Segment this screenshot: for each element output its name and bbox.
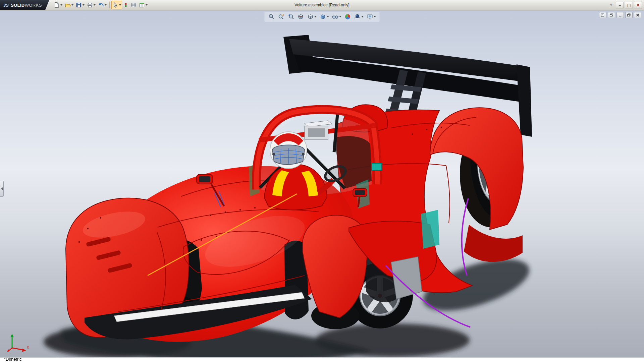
- dropdown-caret[interactable]: [71, 4, 73, 6]
- edit-appearance-button[interactable]: [343, 12, 352, 21]
- cascade-windows-icon: [609, 13, 613, 17]
- dropdown-caret[interactable]: [60, 4, 62, 6]
- design-table-button[interactable]: [138, 1, 149, 9]
- restore-document-button[interactable]: [625, 12, 633, 18]
- teal-side-panel: [421, 210, 439, 249]
- cascade-windows-button[interactable]: [608, 12, 615, 18]
- restore-document-icon: [627, 13, 631, 17]
- status-bar: [0, 357, 644, 362]
- solidworks-window: 3S SOLIDWORKS: [0, 0, 644, 362]
- view-grid-button[interactable]: [129, 1, 138, 9]
- dropdown-caret[interactable]: [105, 4, 107, 6]
- main-toolbar: [53, 1, 149, 9]
- close-button[interactable]: ✕: [634, 2, 642, 8]
- logo-text-solid: SOLID: [11, 3, 25, 8]
- solidworks-logo: 3S SOLIDWORKS: [0, 0, 49, 10]
- hoop-intake-box: [305, 121, 332, 139]
- view-orientation-label: *Dimetric: [4, 357, 22, 362]
- save-icon: [76, 2, 82, 8]
- toolbar-separator: [109, 2, 110, 8]
- logo-text: SOLIDWORKS: [11, 3, 42, 8]
- view-grid-icon: [130, 2, 137, 8]
- feature-manager-collapse-tab[interactable]: [0, 181, 4, 197]
- dropdown-caret[interactable]: [374, 16, 376, 17]
- apply-scene-icon: [354, 13, 361, 20]
- view-settings-icon: [367, 13, 373, 20]
- minimize-document-icon: [618, 13, 622, 17]
- design-table-icon: [139, 2, 145, 8]
- 3ds-logo-icon: 3S: [3, 3, 9, 8]
- selection-filter-icon: [123, 2, 128, 8]
- window-controls: ? – ▢ ✕: [607, 2, 644, 8]
- new-document-icon: [54, 2, 60, 8]
- zoom-to-fit-button[interactable]: [267, 12, 276, 21]
- new-window-button[interactable]: [599, 12, 606, 18]
- minimize-button[interactable]: –: [616, 2, 624, 8]
- maximize-button[interactable]: ▢: [625, 2, 633, 8]
- view-orientation-button[interactable]: [306, 12, 318, 21]
- section-view-button[interactable]: [297, 12, 305, 21]
- hide-show-items-icon: [332, 13, 339, 20]
- new-window-icon: [601, 13, 605, 17]
- zoom-to-area-icon: [278, 13, 285, 20]
- display-style-button[interactable]: [319, 12, 330, 21]
- model-canvas[interactable]: [0, 10, 644, 362]
- graphics-viewport[interactable]: X *Dimetric: [0, 10, 644, 362]
- display-style-icon: [320, 13, 326, 20]
- dropdown-caret[interactable]: [146, 4, 148, 6]
- zoom-to-area-button[interactable]: [277, 12, 286, 21]
- undo-icon: [98, 2, 104, 8]
- minimize-document-button[interactable]: [616, 12, 624, 18]
- titlebar: 3S SOLIDWORKS: [0, 0, 644, 10]
- selection-filter-button[interactable]: [122, 1, 129, 9]
- dropdown-caret[interactable]: [362, 16, 364, 17]
- orientation-triad: X: [7, 332, 30, 353]
- print-icon: [87, 2, 93, 8]
- help-button[interactable]: ?: [607, 2, 615, 8]
- print-button[interactable]: [86, 1, 97, 9]
- apply-scene-button[interactable]: [353, 12, 365, 21]
- dropdown-caret[interactable]: [94, 4, 96, 6]
- dropdown-caret[interactable]: [83, 4, 85, 6]
- document-window-controls: [599, 12, 641, 18]
- view-settings-button[interactable]: [366, 12, 377, 21]
- dropdown-caret[interactable]: [315, 16, 317, 17]
- open-button[interactable]: [64, 1, 74, 9]
- close-document-button[interactable]: [634, 12, 641, 18]
- logo-text-works: WORKS: [25, 3, 42, 8]
- previous-view-icon: [288, 13, 294, 20]
- triad-x-axis: [12, 348, 23, 350]
- teal-accent-box: [372, 163, 382, 171]
- triad-x-label: X: [27, 346, 29, 349]
- save-button[interactable]: [75, 1, 86, 9]
- previous-view-button[interactable]: [287, 12, 296, 21]
- dropdown-caret[interactable]: [327, 16, 329, 17]
- undo-button[interactable]: [97, 1, 108, 9]
- help-glyph: ?: [610, 3, 612, 7]
- select-cursor-icon: [112, 2, 118, 8]
- close-glyph: ✕: [636, 3, 639, 7]
- view-orientation-icon: [307, 13, 314, 20]
- minimize-glyph: –: [619, 3, 621, 7]
- hide-show-items-button[interactable]: [331, 12, 342, 21]
- select-button[interactable]: [111, 1, 122, 9]
- new-document-button[interactable]: [53, 1, 63, 9]
- maximize-glyph: ▢: [627, 3, 631, 7]
- close-document-icon: [636, 13, 640, 17]
- edit-appearance-icon: [344, 13, 351, 20]
- dropdown-caret[interactable]: [339, 16, 341, 17]
- dropdown-caret[interactable]: [119, 4, 121, 6]
- section-view-icon: [298, 13, 304, 20]
- heads-up-view-toolbar: [265, 12, 380, 22]
- zoom-to-fit-icon: [268, 13, 275, 20]
- open-folder-icon: [65, 2, 71, 8]
